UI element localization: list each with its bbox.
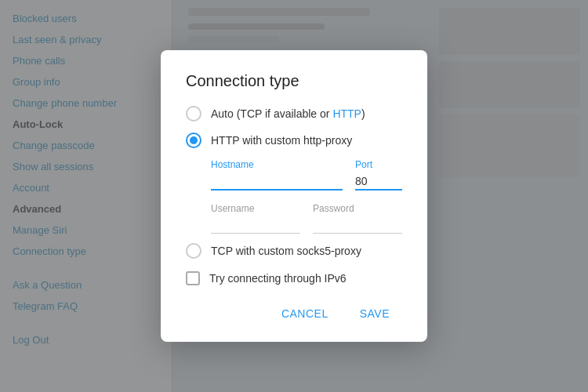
- http-link: HTTP: [332, 107, 361, 120]
- ipv6-label: Try connecting through IPv6: [209, 272, 347, 285]
- ipv6-checkbox[interactable]: [186, 271, 200, 285]
- password-group: Password: [313, 203, 402, 234]
- option-socks5-label: TCP with custom socks5-proxy: [211, 245, 361, 257]
- username-password-row: Username Password: [211, 203, 402, 234]
- username-input[interactable]: [211, 217, 300, 234]
- option-auto[interactable]: Auto (TCP if available or HTTP): [186, 106, 402, 122]
- option-socks5[interactable]: TCP with custom socks5-proxy: [186, 243, 402, 259]
- password-label: Password: [313, 203, 402, 214]
- ipv6-checkbox-option[interactable]: Try connecting through IPv6: [186, 271, 402, 285]
- username-label: Username: [211, 203, 300, 214]
- port-group: Port: [355, 159, 402, 191]
- radio-socks5[interactable]: [186, 243, 201, 259]
- radio-http-proxy[interactable]: [186, 132, 201, 148]
- hostname-label: Hostname: [211, 159, 343, 170]
- modal-overlay: Connection type Auto (TCP if available o…: [0, 0, 588, 392]
- hostname-group: Hostname: [211, 159, 343, 191]
- option-auto-label: Auto (TCP if available or HTTP): [211, 107, 365, 120]
- proxy-inputs: Hostname Port Username Password: [211, 159, 402, 234]
- port-label: Port: [355, 159, 402, 170]
- dialog-title: Connection type: [186, 72, 402, 90]
- radio-auto[interactable]: [186, 106, 201, 122]
- option-http-proxy[interactable]: HTTP with custom http-proxy: [186, 132, 402, 148]
- save-button[interactable]: SAVE: [347, 301, 402, 326]
- dialog-footer: CANCEL SAVE: [186, 301, 402, 326]
- port-input[interactable]: [355, 173, 402, 191]
- hostname-input[interactable]: [211, 173, 343, 191]
- hostname-port-row: Hostname Port: [211, 159, 402, 191]
- username-group: Username: [211, 203, 300, 234]
- password-input[interactable]: [313, 217, 402, 234]
- connection-type-dialog: Connection type Auto (TCP if available o…: [161, 50, 427, 342]
- cancel-button[interactable]: CANCEL: [269, 301, 341, 326]
- option-http-proxy-label: HTTP with custom http-proxy: [211, 134, 352, 147]
